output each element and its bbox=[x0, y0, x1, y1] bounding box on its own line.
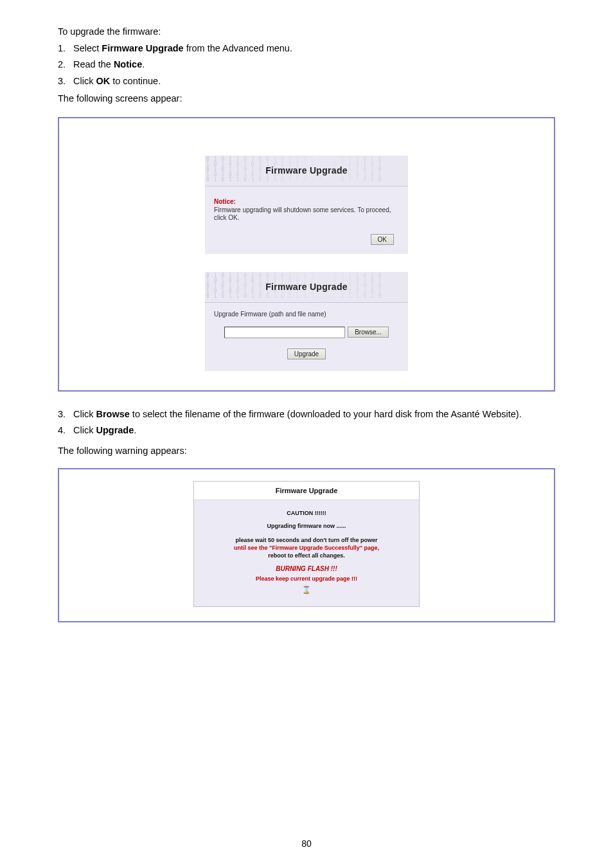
step-4: 4. Click Upgrade. bbox=[58, 424, 555, 437]
firmware-upgrade-panel-2: 0 1 0 1 1 0 1 0 0 1 0 1 1 0 1 0 0 1 0 1 … bbox=[205, 272, 408, 371]
hourglass-icon: ⌛ bbox=[211, 585, 402, 595]
upgrading-now: Upgrading firmware now ...... bbox=[211, 522, 402, 530]
step-3b: 3. Click Browse to select the filename o… bbox=[58, 408, 555, 421]
instructions-top: To upgrade the firmware: 1. Select Firmw… bbox=[58, 26, 555, 105]
notice-label: Notice: bbox=[214, 198, 399, 205]
step-number: 2. bbox=[58, 59, 73, 71]
step-2: 2. Read the Notice. bbox=[58, 59, 555, 71]
step-number: 4. bbox=[58, 424, 73, 437]
caution-label: CAUTION !!!!!! bbox=[211, 509, 402, 517]
panel-body: Notice: Firmware upgrading will shutdown… bbox=[205, 186, 408, 254]
panel-header: 0 1 0 1 1 0 1 0 0 1 0 1 1 0 1 0 0 1 0 1 … bbox=[205, 156, 408, 186]
screenshot-frame-1: 0 1 0 1 1 0 1 0 0 1 0 1 1 0 1 0 0 1 0 1 … bbox=[58, 117, 555, 392]
step-text: Select Firmware Upgrade from the Advance… bbox=[73, 42, 555, 55]
notice-text: Firmware upgrading will shutdown some se… bbox=[214, 206, 399, 222]
caution-title: Firmware Upgrade bbox=[194, 482, 419, 500]
keep-page: Please keep current upgrade page !!! bbox=[211, 575, 402, 583]
step-text: Click Browse to select the filename of t… bbox=[73, 408, 555, 421]
screenshot-frame-2: Firmware Upgrade CAUTION !!!!!! Upgradin… bbox=[58, 468, 555, 622]
panel-intro: The following screens appear: bbox=[58, 93, 555, 105]
ok-button[interactable]: OK bbox=[371, 234, 394, 245]
panel-title: Firmware Upgrade bbox=[265, 165, 348, 176]
browse-button[interactable]: Browse... bbox=[348, 327, 389, 338]
warning-line: The following warning appears: bbox=[58, 445, 555, 458]
caution-panel: Firmware Upgrade CAUTION !!!!!! Upgradin… bbox=[193, 481, 420, 607]
panel-body: Upgrade Firmware (path and file name) Br… bbox=[205, 303, 408, 371]
caution-message: please wait 50 seconds and don't turn of… bbox=[211, 536, 402, 559]
step-number: 3. bbox=[58, 408, 73, 421]
field-label: Upgrade Firmware (path and file name) bbox=[214, 311, 399, 318]
burning-flash: BURNING FLASH !!! bbox=[211, 565, 402, 574]
step-text: Read the Notice. bbox=[73, 59, 555, 71]
document-page: To upgrade the firmware: 1. Select Firmw… bbox=[0, 0, 613, 868]
step-3: 3. Click OK to continue. bbox=[58, 75, 555, 88]
panel-header: 0 1 0 1 1 0 1 0 0 1 0 1 1 0 1 0 0 1 0 1 … bbox=[205, 272, 408, 303]
step-number: 1. bbox=[58, 42, 73, 55]
step-text: Click OK to continue. bbox=[73, 75, 555, 88]
intro-sentence: To upgrade the firmware: bbox=[58, 26, 555, 39]
instructions-mid: 3. Click Browse to select the filename o… bbox=[58, 408, 555, 458]
firmware-path-input[interactable] bbox=[224, 327, 345, 338]
caution-body: CAUTION !!!!!! Upgrading firmware now ..… bbox=[194, 500, 419, 606]
firmware-upgrade-panel-1: 0 1 0 1 1 0 1 0 0 1 0 1 1 0 1 0 0 1 0 1 … bbox=[205, 156, 408, 254]
step-number: 3. bbox=[58, 75, 73, 88]
step-text: Click Upgrade. bbox=[73, 424, 555, 437]
panel-title: Firmware Upgrade bbox=[265, 282, 348, 292]
page-number: 80 bbox=[0, 838, 613, 849]
step-1: 1. Select Firmware Upgrade from the Adva… bbox=[58, 42, 555, 55]
upgrade-button[interactable]: Upgrade bbox=[287, 348, 326, 359]
